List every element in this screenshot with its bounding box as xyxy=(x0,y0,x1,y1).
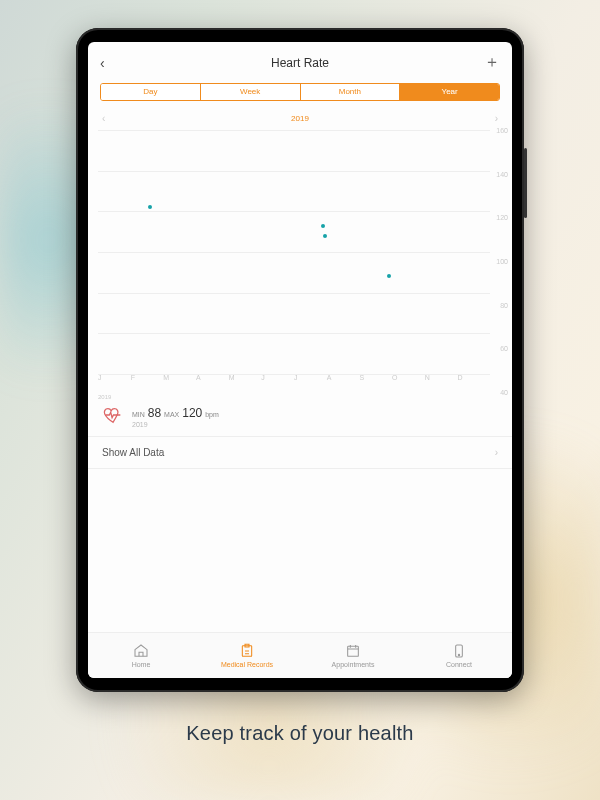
gridline xyxy=(98,130,490,131)
page-title: Heart Rate xyxy=(271,56,329,70)
header: ‹ Heart Rate ＋ xyxy=(88,42,512,81)
app-screen: ‹ Heart Rate ＋ Day Week Month Year ‹ 201… xyxy=(88,42,512,678)
y-tick-label: 160 xyxy=(496,127,508,134)
tab-appointments[interactable]: Appointments xyxy=(300,633,406,678)
x-tick-label: J xyxy=(261,374,294,392)
tablet-frame: ‹ Heart Rate ＋ Day Week Month Year ‹ 201… xyxy=(76,28,524,692)
y-tick-label: 80 xyxy=(500,301,508,308)
marketing-caption: Keep track of your health xyxy=(186,722,413,745)
summary-subtext: 2019 xyxy=(132,421,219,428)
x-tick-label: S xyxy=(359,374,392,392)
gridline xyxy=(98,171,490,172)
max-value: 120 xyxy=(182,406,202,420)
y-tick-label: 100 xyxy=(496,258,508,265)
gridline xyxy=(98,252,490,253)
x-tick-label: D xyxy=(457,374,490,392)
heart-pulse-icon xyxy=(102,404,124,430)
unit-label: bpm xyxy=(205,411,219,418)
x-axis-footer: 2019 xyxy=(98,394,111,400)
data-point xyxy=(148,205,152,209)
back-button[interactable]: ‹ xyxy=(100,55,116,71)
segment-day[interactable]: Day xyxy=(101,84,201,100)
tab-label: Medical Records xyxy=(221,661,273,668)
tab-label: Connect xyxy=(446,661,472,668)
prev-period-button[interactable]: ‹ xyxy=(102,113,105,124)
next-period-button[interactable]: › xyxy=(495,113,498,124)
tab-bar: Home Medical Records Appointments xyxy=(88,632,512,678)
data-point xyxy=(321,224,325,228)
y-tick-label: 140 xyxy=(496,170,508,177)
show-all-label: Show All Data xyxy=(102,447,164,458)
period-label: 2019 xyxy=(291,114,309,123)
gridline xyxy=(98,333,490,334)
tab-medical-records[interactable]: Medical Records xyxy=(194,633,300,678)
x-tick-label: A xyxy=(327,374,360,392)
min-label: MIN xyxy=(132,411,145,418)
heart-rate-chart: JFMAMJJASOND2019 406080100120140160 xyxy=(98,130,510,392)
x-tick-label: A xyxy=(196,374,229,392)
x-tick-label: O xyxy=(392,374,425,392)
x-tick-label: J xyxy=(294,374,327,392)
records-icon xyxy=(238,643,256,659)
period-navigator: ‹ 2019 › xyxy=(88,109,512,126)
summary-row: MIN 88 MAX 120 bpm 2019 xyxy=(88,392,512,436)
calendar-icon xyxy=(344,643,362,659)
tab-connect[interactable]: Connect xyxy=(406,633,512,678)
svg-point-3 xyxy=(458,654,459,655)
y-tick-label: 60 xyxy=(500,345,508,352)
x-tick-label: M xyxy=(229,374,262,392)
segment-month[interactable]: Month xyxy=(301,84,401,100)
home-icon xyxy=(132,643,150,659)
y-tick-label: 120 xyxy=(496,214,508,221)
gridline xyxy=(98,293,490,294)
range-segmented-control: Day Week Month Year xyxy=(100,83,500,101)
min-value: 88 xyxy=(148,406,161,420)
add-button[interactable]: ＋ xyxy=(484,52,500,73)
connect-icon xyxy=(450,643,468,659)
svg-rect-1 xyxy=(348,646,359,656)
x-tick-label: N xyxy=(425,374,458,392)
empty-space xyxy=(88,469,512,632)
tab-label: Appointments xyxy=(332,661,375,668)
data-point xyxy=(323,234,327,238)
gridline xyxy=(98,211,490,212)
x-tick-label: J xyxy=(98,374,131,392)
summary-text: MIN 88 MAX 120 bpm 2019 xyxy=(132,406,219,428)
chevron-right-icon: › xyxy=(495,447,498,458)
segment-year[interactable]: Year xyxy=(400,84,499,100)
y-tick-label: 40 xyxy=(500,389,508,396)
show-all-data-row[interactable]: Show All Data › xyxy=(88,436,512,469)
data-point xyxy=(387,274,391,278)
x-tick-label: F xyxy=(131,374,164,392)
tab-home[interactable]: Home xyxy=(88,633,194,678)
segment-week[interactable]: Week xyxy=(201,84,301,100)
x-tick-label: M xyxy=(163,374,196,392)
max-label: MAX xyxy=(164,411,179,418)
tab-label: Home xyxy=(132,661,151,668)
